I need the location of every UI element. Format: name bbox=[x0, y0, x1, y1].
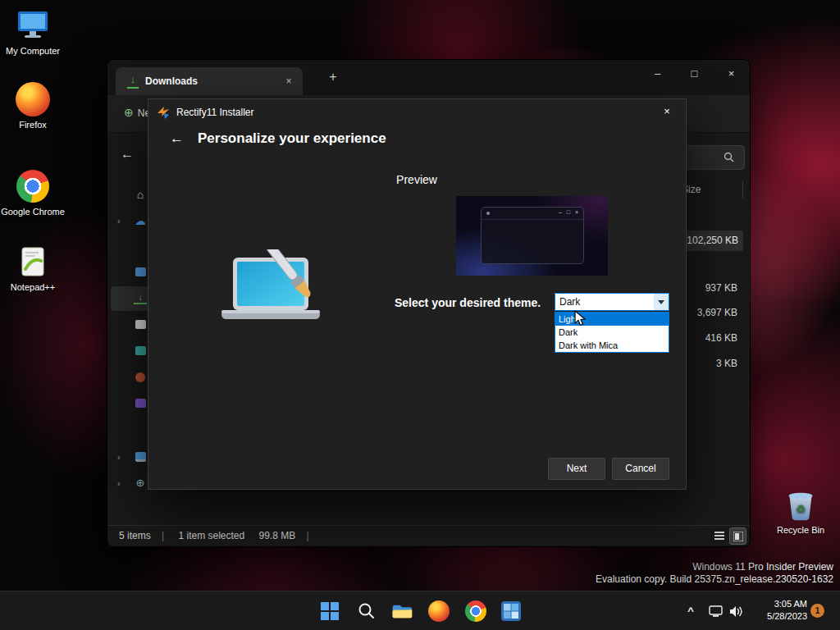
preview-window-mockup: – □ × bbox=[481, 207, 584, 264]
tab-title: Downloads bbox=[145, 75, 198, 87]
dropdown-option-dark-with-mica[interactable]: Dark with Mica bbox=[555, 339, 669, 352]
mockup-window-controls: – □ × bbox=[559, 209, 580, 215]
notepadpp-icon bbox=[0, 243, 66, 281]
windows-logo-icon bbox=[320, 601, 340, 621]
new-tab-button[interactable]: + bbox=[324, 68, 342, 86]
personalization-laptop-icon bbox=[210, 249, 340, 341]
maximize-button[interactable]: □ bbox=[676, 60, 713, 88]
taskbar: ^ 3:05 AM 5/28/2023 1 bbox=[0, 591, 840, 630]
recycle-bin-icon: ♻ bbox=[769, 486, 832, 525]
tray-show-hidden-icons-button[interactable]: ^ bbox=[681, 595, 701, 628]
theme-combobox[interactable]: Dark bbox=[555, 293, 669, 311]
pictures-icon bbox=[134, 345, 147, 358]
status-item-count: 5 items bbox=[119, 530, 151, 541]
svg-text:♻: ♻ bbox=[796, 503, 806, 515]
status-separator: | bbox=[162, 530, 164, 541]
search-icon bbox=[724, 152, 734, 162]
network-icon: ⊕ bbox=[134, 477, 147, 490]
onedrive-cloud-icon: ☁ bbox=[134, 214, 147, 227]
desktop-icon-label: My Computer bbox=[0, 46, 66, 56]
desktop-icon-my-computer[interactable]: My Computer bbox=[0, 7, 66, 56]
evaluation-watermark: Windows 11 Pro Insider Preview Evaluatio… bbox=[596, 561, 833, 586]
clock-time: 3:05 AM bbox=[745, 598, 807, 610]
close-button[interactable]: × bbox=[713, 60, 750, 88]
watermark-line1: Windows 11 Pro Insider Preview bbox=[596, 561, 833, 573]
music-icon bbox=[134, 371, 147, 384]
details-view-button[interactable] bbox=[711, 527, 727, 543]
taskbar-search-button[interactable] bbox=[350, 595, 383, 628]
this-pc-icon bbox=[134, 450, 147, 463]
taskbar-chrome-button[interactable] bbox=[459, 595, 492, 628]
taskbar-firefox-button[interactable] bbox=[422, 595, 455, 628]
status-selected-size: 99.8 MB bbox=[259, 530, 296, 541]
file-explorer-icon bbox=[391, 601, 413, 621]
chevron-right-icon[interactable]: › bbox=[117, 471, 121, 495]
tray-system-icons[interactable] bbox=[702, 595, 748, 628]
home-icon: ⌂ bbox=[134, 188, 147, 201]
chrome-icon bbox=[16, 170, 49, 203]
desktop-icon-label: Notepad++ bbox=[0, 282, 66, 292]
desktop-icon-notepadpp[interactable]: Notepad++ bbox=[0, 243, 66, 292]
rectify11-installer-icon bbox=[500, 600, 522, 622]
explorer-tab-downloads[interactable]: ↓ Downloads × bbox=[116, 67, 303, 95]
selected-file-size-cell[interactable]: 102,250 KB bbox=[683, 231, 743, 251]
desktop-icon-recycle-bin[interactable]: ♻ Recycle Bin bbox=[769, 486, 832, 535]
taskbar-file-explorer-button[interactable] bbox=[386, 595, 418, 628]
recycle-bin-label: Recycle Bin bbox=[769, 525, 832, 535]
next-button[interactable]: Next bbox=[548, 458, 605, 480]
rectify11-logo-icon bbox=[157, 106, 170, 122]
dialog-back-icon[interactable]: ← bbox=[170, 130, 184, 147]
chevron-right-icon[interactable]: › bbox=[117, 445, 121, 469]
thumbnail-view-icon bbox=[733, 532, 743, 541]
dialog-title: Rectify11 Installer bbox=[176, 107, 253, 118]
combobox-chevron-icon[interactable] bbox=[654, 294, 669, 310]
desktop-icon-label: Firefox bbox=[0, 120, 66, 130]
start-button[interactable] bbox=[313, 595, 346, 628]
tab-close-icon[interactable]: × bbox=[281, 74, 296, 89]
mouse-cursor bbox=[574, 310, 588, 331]
taskbar-rectify11-installer-button[interactable] bbox=[495, 595, 527, 628]
column-divider[interactable] bbox=[742, 180, 743, 199]
theme-preview-image: – □ × bbox=[456, 196, 608, 276]
desktop-icon-firefox[interactable]: Firefox bbox=[0, 80, 66, 130]
new-item-icon: ⊕ bbox=[124, 106, 134, 119]
thumbnail-view-button[interactable] bbox=[729, 527, 746, 545]
desktop-icon-google-chrome[interactable]: Google Chrome bbox=[0, 167, 66, 217]
search-icon bbox=[358, 602, 376, 620]
back-button[interactable]: ← bbox=[121, 147, 134, 162]
details-view-icon bbox=[714, 531, 724, 541]
combobox-value: Dark bbox=[559, 294, 580, 310]
explorer-status-bar: 5 items | 1 item selected 99.8 MB | bbox=[107, 525, 750, 546]
desktop-folder-icon bbox=[134, 266, 147, 279]
theme-dropdown-list: Light Dark Dark with Mica bbox=[555, 312, 669, 353]
cancel-button[interactable]: Cancel bbox=[612, 458, 669, 480]
my-computer-icon bbox=[0, 7, 66, 44]
explorer-tab-bar: ↓ Downloads × + – □ × bbox=[107, 60, 750, 95]
volume-icon bbox=[729, 605, 742, 618]
mockup-dot bbox=[486, 212, 490, 215]
dialog-heading: Personalize your experience bbox=[198, 130, 386, 147]
clock-date: 5/28/2023 bbox=[745, 610, 807, 623]
notification-badge[interactable]: 1 bbox=[810, 604, 824, 618]
dialog-close-icon[interactable]: × bbox=[648, 99, 686, 124]
dropdown-option-light[interactable]: Light bbox=[555, 313, 669, 326]
status-separator: | bbox=[307, 530, 309, 541]
dropdown-option-dark[interactable]: Dark bbox=[555, 326, 669, 339]
videos-icon bbox=[134, 397, 147, 410]
watermark-line2: Evaluation copy. Build 25375.zn_release.… bbox=[596, 573, 833, 586]
theme-prompt: Select your desired theme. bbox=[395, 296, 541, 309]
network-icon bbox=[709, 605, 723, 618]
minimize-button[interactable]: – bbox=[639, 60, 676, 88]
firefox-icon bbox=[428, 600, 450, 622]
preview-label: Preview bbox=[392, 173, 441, 186]
status-selected-count: 1 item selected bbox=[179, 530, 245, 541]
desktop-icon-label: Google Chrome bbox=[0, 207, 66, 217]
firefox-icon bbox=[16, 82, 50, 116]
taskbar-clock[interactable]: 3:05 AM 5/28/2023 bbox=[745, 598, 807, 623]
file-size: 102,250 KB bbox=[683, 231, 743, 251]
chevron-right-icon[interactable]: › bbox=[117, 208, 121, 233]
rectify11-installer-dialog: Rectify11 Installer × ← Personalize your… bbox=[148, 98, 687, 490]
documents-icon bbox=[134, 318, 147, 331]
downloads-tab-icon: ↓ bbox=[127, 74, 139, 89]
chrome-icon bbox=[465, 600, 486, 622]
